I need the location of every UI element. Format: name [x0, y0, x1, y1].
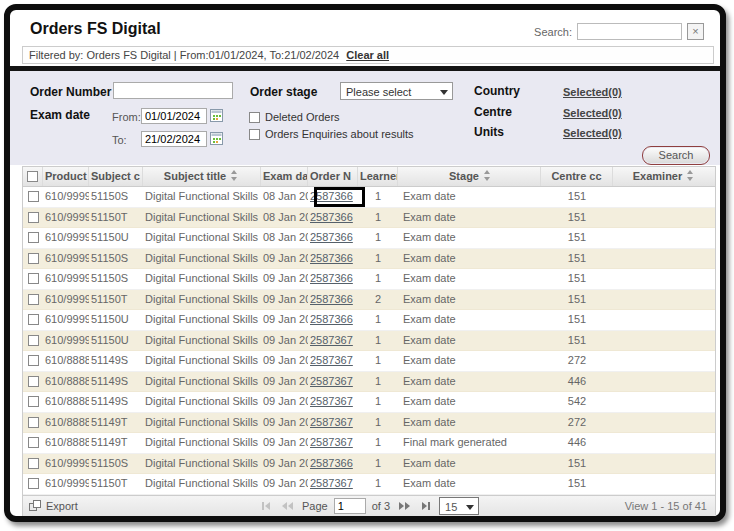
cell-examiner: [613, 474, 715, 494]
order-number-link[interactable]: 2587367: [310, 477, 353, 489]
grid-body: 610/9999/51150SDigital Functional Skills…: [23, 187, 715, 495]
sort-icon[interactable]: [686, 170, 695, 181]
row-checkbox[interactable]: [28, 335, 39, 346]
order-number-link[interactable]: 2587367: [310, 395, 353, 407]
cell-learner-count: 1: [358, 351, 398, 371]
row-checkbox[interactable]: [28, 417, 39, 428]
cell-subject-code: 51150S: [89, 187, 143, 207]
cell-stage: Exam date: [398, 392, 541, 412]
row-checkbox[interactable]: [28, 232, 39, 243]
cell-exam-date: 09 Jan 202: [261, 433, 308, 453]
calendar-icon[interactable]: [210, 132, 223, 147]
search-label: Search:: [534, 26, 572, 38]
to-label: To:: [112, 134, 127, 146]
units-selected-link[interactable]: Selected(0): [563, 127, 622, 139]
order-number-input[interactable]: [113, 82, 233, 99]
page-title: Orders FS Digital: [30, 20, 161, 38]
centre-label: Centre: [474, 105, 512, 119]
cell-centre-code: 151: [541, 228, 613, 248]
order-number-link[interactable]: 2587367: [310, 334, 353, 346]
order-number-link[interactable]: 2587367: [310, 436, 353, 448]
order-number-link[interactable]: 2587367: [310, 416, 353, 428]
column-header-stage[interactable]: Stage: [398, 167, 541, 186]
row-checkbox[interactable]: [28, 478, 39, 489]
cell-subject-title: Digital Functional Skills at: [143, 269, 261, 289]
exam-date-from-input[interactable]: [141, 108, 207, 124]
row-checkbox[interactable]: [28, 314, 39, 325]
order-number-link[interactable]: 2587366: [310, 211, 353, 223]
cell-examiner: [613, 208, 715, 228]
cell-subject-code: 51149T: [89, 413, 143, 433]
cell-product-code: 610/9999/: [43, 228, 89, 248]
row-checkbox[interactable]: [28, 253, 39, 264]
order-stage-label: Order stage: [250, 85, 317, 99]
row-checkbox[interactable]: [28, 191, 39, 202]
column-header-examiner[interactable]: Examiner: [613, 167, 715, 186]
order-number-link[interactable]: 2587366: [310, 190, 353, 202]
order-number-link[interactable]: 2587366: [310, 252, 353, 264]
cell-subject-title: Digital Functional Skills at: [143, 454, 261, 474]
order-number-link[interactable]: 2587366: [310, 293, 353, 305]
exam-date-to-input[interactable]: [141, 131, 207, 147]
cell-exam-date: 08 Jan 202: [261, 208, 308, 228]
column-header-product-c[interactable]: Product c: [43, 167, 89, 186]
order-stage-select[interactable]: Please select: [340, 82, 453, 100]
cell-stage: Exam date: [398, 351, 541, 371]
select-all-checkbox[interactable]: [27, 171, 38, 182]
centre-selected-link[interactable]: Selected(0): [563, 107, 622, 119]
first-page-button[interactable]: [259, 502, 273, 510]
order-number-link[interactable]: 2587367: [310, 375, 353, 387]
cell-product-code: 610/8888/: [43, 413, 89, 433]
prev-page-button[interactable]: [279, 502, 296, 510]
row-checkbox[interactable]: [28, 355, 39, 366]
calendar-icon[interactable]: [210, 109, 223, 124]
order-number-link[interactable]: 2587366: [310, 272, 353, 284]
column-header-order-n[interactable]: Order N: [308, 167, 358, 186]
clear-search-button[interactable]: ×: [687, 23, 704, 40]
clear-all-link[interactable]: Clear all: [346, 49, 389, 61]
column-header-subject-title[interactable]: Subject title: [143, 167, 261, 186]
cell-stage: Exam date: [398, 413, 541, 433]
table-row: 610/8888/51149TDigital Functional Skills…: [23, 433, 715, 454]
cell-centre-code: 151: [541, 208, 613, 228]
row-checkbox[interactable]: [28, 376, 39, 387]
column-header-subject-c[interactable]: Subject c: [89, 167, 143, 186]
cell-product-code: 610/9999/: [43, 208, 89, 228]
deleted-orders-checkbox[interactable]: [249, 112, 260, 123]
cell-centre-code: 272: [541, 413, 613, 433]
search-input[interactable]: [577, 23, 682, 40]
row-checkbox[interactable]: [28, 273, 39, 284]
cell-learner-count: 1: [358, 433, 398, 453]
row-checkbox[interactable]: [28, 212, 39, 223]
page-number-input[interactable]: [334, 498, 366, 514]
row-checkbox[interactable]: [28, 396, 39, 407]
search-button[interactable]: Search: [642, 146, 710, 165]
row-checkbox[interactable]: [28, 437, 39, 448]
cell-examiner: [613, 290, 715, 310]
last-page-button[interactable]: [419, 502, 433, 510]
cell-stage: Exam date: [398, 228, 541, 248]
country-selected-link[interactable]: Selected(0): [563, 86, 622, 98]
row-checkbox[interactable]: [28, 458, 39, 469]
cell-subject-code: 51150U: [89, 228, 143, 248]
row-checkbox[interactable]: [28, 294, 39, 305]
export-button[interactable]: Export: [29, 500, 78, 512]
cell-examiner: [613, 331, 715, 351]
sort-icon[interactable]: [483, 170, 492, 181]
cell-subject-code: 51149S: [89, 392, 143, 412]
next-page-button[interactable]: [396, 502, 413, 510]
page-size-select[interactable]: 15: [439, 497, 479, 515]
cell-learner-count: 1: [358, 269, 398, 289]
column-header-centre-cc[interactable]: Centre cc: [541, 167, 613, 186]
column-header-learner[interactable]: Learner (: [358, 167, 398, 186]
table-row: 610/8888/51149TDigital Functional Skills…: [23, 413, 715, 434]
column-header-exam-dat[interactable]: Exam dat: [261, 167, 308, 186]
sort-icon[interactable]: [230, 170, 239, 181]
order-number-link[interactable]: 2587366: [310, 313, 353, 325]
order-number-link[interactable]: 2587366: [310, 457, 353, 469]
enquiries-checkbox[interactable]: [249, 129, 260, 140]
filter-panel: Order Number Exam date From: To: Order s…: [10, 71, 720, 165]
cell-centre-code: 151: [541, 454, 613, 474]
order-number-link[interactable]: 2587367: [310, 354, 353, 366]
order-number-link[interactable]: 2587366: [310, 231, 353, 243]
